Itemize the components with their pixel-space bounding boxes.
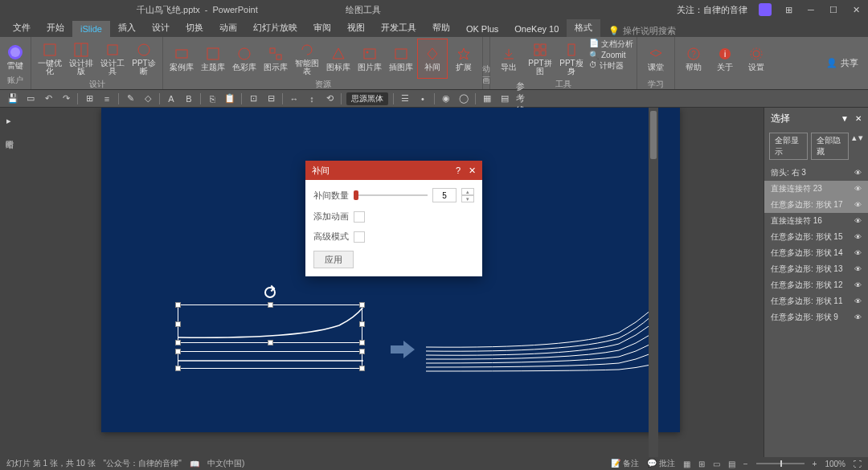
resize-handle[interactable] xyxy=(175,340,181,345)
sorter-view-icon[interactable]: ⊞ xyxy=(698,460,705,468)
illustration-lib-button[interactable]: 插图库 xyxy=(386,39,416,79)
visibility-toggle-icon[interactable]: 👁 xyxy=(854,313,862,321)
selection-item[interactable]: 任意多边形: 形状 15👁 xyxy=(764,229,868,245)
resize-handle[interactable] xyxy=(359,302,365,308)
tab-onekey[interactable]: OneKey 10 xyxy=(506,21,567,37)
fit-window-icon[interactable]: ⛶ xyxy=(854,460,862,468)
move-up-icon[interactable]: ▴ xyxy=(852,133,857,160)
qat-save-icon[interactable]: 💾 xyxy=(6,92,19,105)
zoom-slider[interactable] xyxy=(756,463,805,464)
qat-fill-icon[interactable]: ◉ xyxy=(440,92,452,105)
visibility-toggle-icon[interactable]: 👁 xyxy=(854,297,862,305)
show-all-button[interactable]: 全部显示 xyxy=(769,133,808,160)
tween-button[interactable]: 补间 xyxy=(417,39,448,79)
maximize-icon[interactable]: ☐ xyxy=(828,4,839,15)
add-animation-checkbox[interactable] xyxy=(354,211,365,223)
selection-item[interactable]: 任意多边形: 形状 13👁 xyxy=(764,261,868,277)
diagram-lib-button[interactable]: 图示库 xyxy=(260,39,291,79)
qat-distv-icon[interactable]: ↕ xyxy=(305,92,318,105)
resize-handle[interactable] xyxy=(268,340,273,345)
normal-view-icon[interactable]: ▦ xyxy=(683,460,690,468)
design-layout-button[interactable]: 设计排版 xyxy=(66,39,96,79)
selection-item[interactable]: 任意多边形: 形状 17👁 xyxy=(764,197,868,213)
theme-lib-button[interactable]: 主题库 xyxy=(198,39,228,79)
about-button[interactable]: i关于 xyxy=(710,39,740,79)
settings-button[interactable]: 设置 xyxy=(741,39,772,79)
qat-font-icon[interactable]: A xyxy=(165,92,178,105)
ppt-stitch-button[interactable]: PPT拼图 xyxy=(525,39,555,79)
dialog-titlebar[interactable]: 补间 ?✕ xyxy=(305,161,482,180)
ribbon-options-icon[interactable]: ⊞ xyxy=(783,4,794,15)
timer-button[interactable]: ⏱计时器 xyxy=(589,60,633,72)
resize-handle[interactable] xyxy=(268,302,273,308)
selection-item[interactable]: 直接连接符 16👁 xyxy=(764,213,868,229)
tab-transition[interactable]: 切换 xyxy=(178,18,211,37)
rotation-handle[interactable] xyxy=(264,287,276,298)
visibility-toggle-icon[interactable]: 👁 xyxy=(854,281,862,289)
zoom-in-icon[interactable]: + xyxy=(813,460,817,468)
tell-me-search[interactable]: 💡 操作说明搜索 xyxy=(608,25,676,37)
selection-item[interactable]: 任意多边形: 形状 11👁 xyxy=(764,293,868,309)
spellcheck-icon[interactable]: 📖 xyxy=(190,460,199,468)
pane-dropdown-icon[interactable]: ▼ xyxy=(841,114,849,123)
close-icon[interactable]: ✕ xyxy=(850,4,862,15)
account-button[interactable]: 雷键 xyxy=(3,39,27,75)
tab-home[interactable]: 开始 xyxy=(39,18,72,37)
qat-bullet-icon[interactable]: • xyxy=(416,92,429,105)
visibility-toggle-icon[interactable]: 👁 xyxy=(854,169,862,177)
account-badge[interactable] xyxy=(759,3,772,16)
pane-close-icon[interactable]: ✕ xyxy=(855,114,862,123)
case-lib-button[interactable]: 案例库 xyxy=(166,39,197,79)
tab-animation[interactable]: 动画 xyxy=(211,18,245,37)
tab-insert[interactable]: 插入 xyxy=(110,18,144,37)
slider-thumb[interactable] xyxy=(354,190,358,200)
selection-item[interactable]: 任意多边形: 形状 12👁 xyxy=(764,277,868,293)
resize-handle[interactable] xyxy=(175,302,181,308)
qat-refline-button[interactable]: 参考线 xyxy=(516,92,529,105)
color-lib-button[interactable]: 色彩库 xyxy=(229,39,260,79)
extend-button[interactable]: 扩展 xyxy=(448,39,479,79)
qat-redo-icon[interactable]: ↷ xyxy=(59,92,72,105)
ppt-diagnose-button[interactable]: PPT诊断 xyxy=(129,39,159,79)
design-tools-button[interactable]: 设计工具 xyxy=(97,39,128,79)
visibility-toggle-icon[interactable]: 👁 xyxy=(854,217,862,225)
chevron-right-icon[interactable]: ▸ xyxy=(6,116,11,126)
spin-down-icon[interactable]: ▾ xyxy=(461,195,474,202)
zoom-out-icon[interactable]: − xyxy=(743,460,748,468)
advanced-mode-checkbox[interactable] xyxy=(354,231,365,243)
resize-handle[interactable] xyxy=(175,321,181,327)
minimize-icon[interactable]: ─ xyxy=(805,4,817,15)
qat-dist-icon[interactable]: ↔ xyxy=(288,92,301,105)
font-selector[interactable]: 思源黑体 xyxy=(346,92,388,105)
resize-handle[interactable] xyxy=(359,340,365,345)
export-button[interactable]: 导出 xyxy=(493,39,524,79)
visibility-toggle-icon[interactable]: 👁 xyxy=(854,233,862,241)
tab-view[interactable]: 视图 xyxy=(339,18,373,37)
tab-help[interactable]: 帮助 xyxy=(424,18,458,37)
zoomit-button[interactable]: 🔍Zoomit xyxy=(589,51,633,59)
qat-tool-icon[interactable]: ▭ xyxy=(24,92,37,105)
selection-item[interactable]: 任意多边形: 形状 9👁 xyxy=(764,309,868,325)
dialog-help-icon[interactable]: ? xyxy=(456,166,461,176)
qat-grid-icon[interactable]: ⊞ xyxy=(83,92,96,105)
tab-devtools[interactable]: 开发工具 xyxy=(373,18,424,37)
tab-file[interactable]: 文件 xyxy=(5,18,39,37)
thumbnail-rail[interactable]: ▸ 缩略图 xyxy=(0,108,18,457)
tab-format[interactable]: 格式 xyxy=(567,18,600,37)
resize-handle[interactable] xyxy=(359,349,365,354)
qat-group-icon[interactable]: ⊡ xyxy=(247,92,260,105)
tab-slideshow[interactable]: 幻灯片放映 xyxy=(245,18,305,37)
resize-handle[interactable] xyxy=(175,366,181,371)
visibility-toggle-icon[interactable]: 👁 xyxy=(854,201,862,209)
resize-handle[interactable] xyxy=(175,349,181,354)
hide-all-button[interactable]: 全部隐藏 xyxy=(811,133,850,160)
qat-bold-icon[interactable]: B xyxy=(182,92,195,105)
dialog-close-icon[interactable]: ✕ xyxy=(469,166,476,176)
resize-handle[interactable] xyxy=(359,321,365,327)
selection-item[interactable]: 箭头: 右 3👁 xyxy=(764,165,868,181)
qat-paste-icon[interactable]: 📋 xyxy=(223,92,236,105)
qat-align-icon[interactable]: ≡ xyxy=(100,92,113,105)
qat-ungroup-icon[interactable]: ⊟ xyxy=(264,92,277,105)
share-button[interactable]: 👤共享 xyxy=(817,37,868,89)
qat-undo-icon[interactable]: ↶ xyxy=(42,92,55,105)
